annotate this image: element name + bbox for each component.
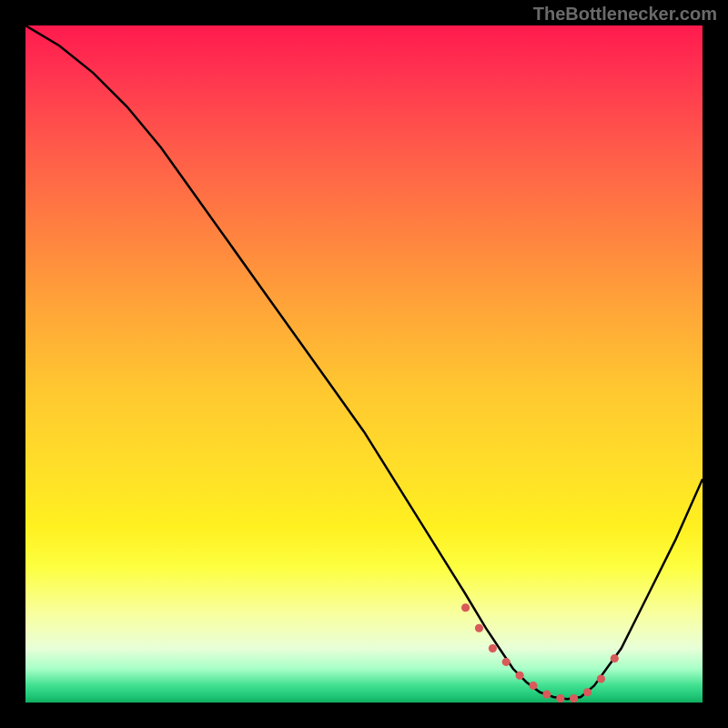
bottleneck-curve-line	[25, 25, 703, 699]
optimal-range-markers	[466, 608, 615, 699]
watermark-text: TheBottlenecker.com	[533, 4, 717, 25]
chart-plot-area	[25, 25, 703, 703]
chart-svg	[25, 25, 703, 703]
